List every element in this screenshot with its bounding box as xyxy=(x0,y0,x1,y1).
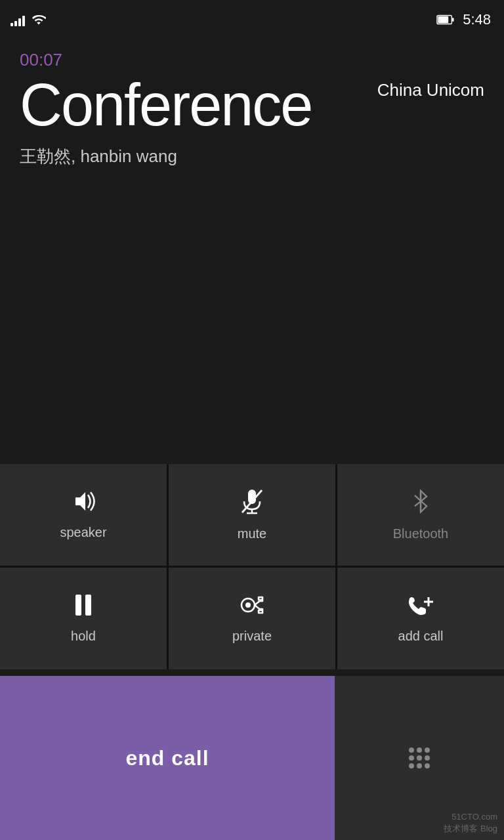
bluetooth-label: Bluetooth xyxy=(393,526,449,541)
add-call-label: add call xyxy=(398,629,444,644)
status-right: 5:48 xyxy=(436,11,491,28)
hold-label: hold xyxy=(71,629,96,644)
speaker-icon xyxy=(70,490,96,517)
bluetooth-button[interactable]: Bluetooth xyxy=(337,464,504,566)
status-bar: 5:48 xyxy=(0,0,504,37)
private-label: private xyxy=(232,629,272,644)
hold-button[interactable]: hold xyxy=(0,568,167,669)
carrier-name: China Unicom xyxy=(377,80,484,100)
mute-button[interactable]: mute xyxy=(169,464,335,566)
status-left xyxy=(10,13,46,26)
signal-strength-icon xyxy=(10,13,25,26)
svg-rect-8 xyxy=(75,595,81,616)
speaker-label: speaker xyxy=(60,525,106,540)
speaker-button[interactable]: speaker xyxy=(0,464,167,566)
bluetooth-icon xyxy=(411,488,430,518)
watermark: 51CTO.com 技术博客 Blog xyxy=(444,811,497,835)
mute-icon xyxy=(240,488,264,518)
call-area: 00:07 China Unicom Conference 王勒然, hanbi… xyxy=(0,37,504,168)
mute-label: mute xyxy=(238,526,266,541)
hold-icon xyxy=(73,593,94,621)
svg-rect-2 xyxy=(452,18,454,22)
call-timer: 00:07 xyxy=(20,50,484,70)
end-call-button[interactable]: end call xyxy=(0,676,335,840)
keypad-icon xyxy=(409,747,430,768)
svg-point-11 xyxy=(245,602,251,608)
private-button[interactable]: private xyxy=(169,568,335,669)
controls-grid: speaker mute Bluetooth xyxy=(0,464,504,669)
wifi-icon xyxy=(32,14,46,26)
svg-marker-3 xyxy=(75,492,85,511)
svg-rect-9 xyxy=(85,595,91,616)
call-participants: 王勒然, hanbin wang xyxy=(20,145,484,168)
private-icon xyxy=(239,593,265,621)
add-call-button[interactable]: add call xyxy=(337,568,504,669)
svg-rect-1 xyxy=(438,16,449,23)
bottom-bar: end call xyxy=(0,676,504,840)
add-call-icon xyxy=(406,593,435,621)
battery-icon xyxy=(436,14,455,25)
status-time: 5:48 xyxy=(463,11,491,28)
